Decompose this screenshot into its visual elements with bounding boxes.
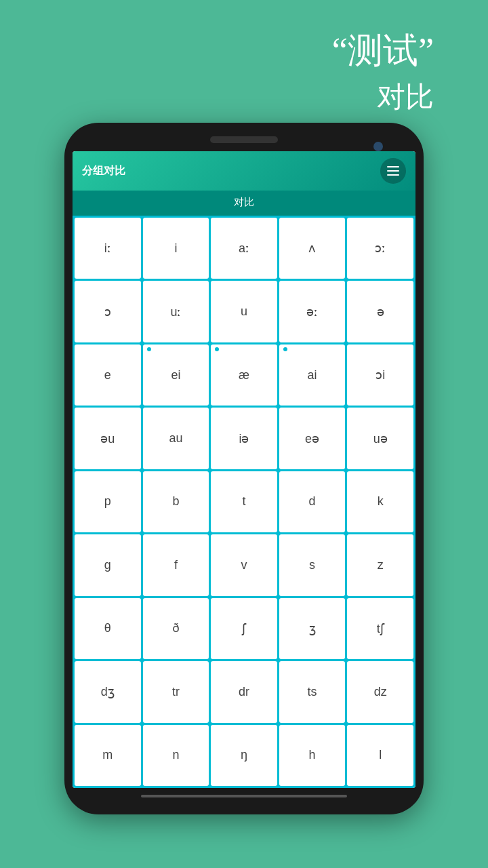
- key-_[interactable]: ð: [143, 598, 209, 659]
- key-label: e: [104, 368, 111, 382]
- key-label: eə: [305, 431, 319, 446]
- key-label: iə: [239, 431, 249, 446]
- key-label: ɔi: [375, 368, 385, 382]
- key-label: ð: [172, 621, 179, 635]
- key-h[interactable]: h: [279, 725, 346, 786]
- key-label: dʒ: [101, 684, 115, 699]
- key-e_[interactable]: eə: [279, 408, 346, 469]
- key-label: əu: [100, 431, 115, 446]
- phone-speaker: [210, 136, 278, 143]
- key-n[interactable]: n: [143, 725, 209, 786]
- key-ei[interactable]: ei: [143, 344, 209, 406]
- key-label: tr: [172, 685, 180, 699]
- key-b[interactable]: b: [143, 471, 209, 532]
- key-_[interactable]: ɔ: [75, 281, 141, 342]
- key-_[interactable]: æ: [211, 344, 277, 406]
- key-_[interactable]: ə: [347, 281, 413, 342]
- key-i_[interactable]: iə: [211, 408, 277, 469]
- key-label: ts: [308, 685, 317, 699]
- key-label: s: [309, 558, 315, 572]
- key-i_[interactable]: iː: [75, 218, 141, 279]
- key-z[interactable]: z: [347, 534, 413, 595]
- app-title: 分组对比: [82, 164, 125, 178]
- key-t_[interactable]: tʃ: [347, 598, 413, 659]
- key-i[interactable]: i: [143, 218, 209, 279]
- key-label: z: [378, 558, 384, 572]
- key-label: ʃ: [242, 621, 246, 636]
- key-label: u: [241, 304, 247, 319]
- key-_[interactable]: ʒ: [279, 598, 346, 659]
- key-l[interactable]: l: [347, 725, 413, 786]
- key-ai[interactable]: ai: [279, 344, 346, 406]
- key-label: uː: [170, 304, 181, 319]
- key-label: ə: [377, 304, 384, 319]
- key-label: tʃ: [377, 621, 384, 636]
- key-label: ʒ: [309, 621, 316, 636]
- key-label: g: [104, 558, 111, 572]
- menu-icon-line1: [387, 166, 399, 167]
- header-top-bar: 分组对比: [73, 151, 415, 191]
- phone-screen: 分组对比 对比 iːiaːʌɔːɔuːuəːəeeiæaiɔiəuauiəeəu…: [73, 151, 415, 788]
- key-label: ai: [308, 368, 317, 382]
- phone-camera: [373, 142, 383, 151]
- home-bar: [141, 795, 347, 797]
- menu-button[interactable]: [380, 158, 406, 184]
- key-ts[interactable]: ts: [279, 661, 346, 722]
- key-label: b: [172, 494, 179, 509]
- key-k[interactable]: k: [347, 471, 413, 532]
- key-e[interactable]: e: [75, 344, 141, 406]
- top-text-area: “测试” 对比: [0, 0, 488, 123]
- header-subtitle: 对比: [73, 191, 415, 216]
- dot-indicator: [283, 347, 287, 351]
- key-label: v: [241, 558, 247, 572]
- key-_[interactable]: ʃ: [211, 598, 277, 659]
- top-title: “测试”: [0, 27, 434, 75]
- key-label: t: [242, 494, 245, 509]
- dot-indicator: [147, 347, 151, 351]
- key-label: n: [172, 748, 179, 762]
- key-_u[interactable]: əu: [75, 408, 141, 469]
- key-dr[interactable]: dr: [211, 661, 277, 722]
- key-_[interactable]: θ: [75, 598, 141, 659]
- key-label: aː: [239, 241, 249, 256]
- key-u[interactable]: u: [211, 281, 277, 342]
- key-tr[interactable]: tr: [143, 661, 209, 722]
- top-subtitle: 对比: [0, 78, 434, 116]
- key-m[interactable]: m: [75, 725, 141, 786]
- key-label: d: [309, 494, 316, 509]
- key-dz[interactable]: dz: [347, 661, 413, 722]
- key-label: ɔː: [375, 241, 386, 256]
- key-v[interactable]: v: [211, 534, 277, 595]
- key-u_[interactable]: uː: [143, 281, 209, 342]
- key-__[interactable]: əː: [279, 281, 346, 342]
- key-label: iː: [104, 241, 111, 256]
- key-label: l: [379, 748, 382, 762]
- key-label: i: [174, 241, 177, 256]
- key-d[interactable]: d: [279, 471, 346, 532]
- key-label: dr: [239, 685, 249, 699]
- key-f[interactable]: f: [143, 534, 209, 595]
- menu-icon-line3: [387, 174, 399, 176]
- key-_[interactable]: ʌ: [279, 218, 346, 279]
- key-s[interactable]: s: [279, 534, 346, 595]
- key-d_[interactable]: dʒ: [75, 661, 141, 722]
- menu-icon-line2: [387, 170, 399, 172]
- key-a_[interactable]: aː: [211, 218, 277, 279]
- key-g[interactable]: g: [75, 534, 141, 595]
- key-label: au: [169, 431, 182, 446]
- key-label: f: [174, 558, 178, 572]
- phonetic-keyboard: iːiaːʌɔːɔuːuəːəeeiæaiɔiəuauiəeəuəpbtdkgf…: [73, 216, 415, 788]
- key-label: uə: [373, 431, 388, 446]
- key-label: æ: [239, 368, 249, 382]
- key-label: h: [309, 748, 316, 762]
- key-_i[interactable]: ɔi: [347, 344, 413, 406]
- key-au[interactable]: au: [143, 408, 209, 469]
- key-label: k: [378, 494, 384, 509]
- key-t[interactable]: t: [211, 471, 277, 532]
- key-label: əː: [306, 304, 318, 319]
- key-__[interactable]: ɔː: [347, 218, 413, 279]
- key-label: ŋ: [241, 748, 247, 762]
- key-u_[interactable]: uə: [347, 408, 413, 469]
- key-_[interactable]: ŋ: [211, 725, 277, 786]
- key-p[interactable]: p: [75, 471, 141, 532]
